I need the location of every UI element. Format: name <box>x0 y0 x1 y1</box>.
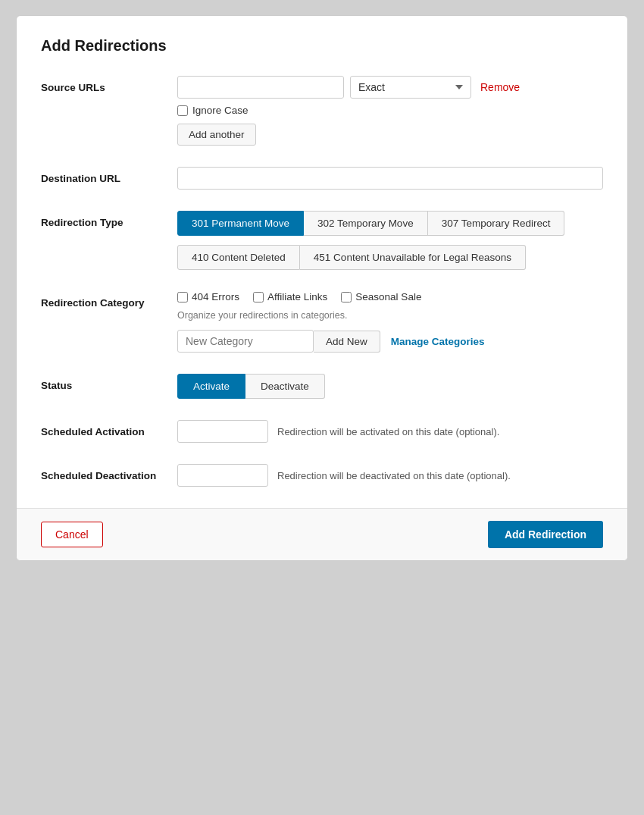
scheduled-activation-label: Scheduled Activation <box>41 420 177 437</box>
source-urls-content: Exact Regex Plain Remove Ignore Case Add… <box>177 76 603 146</box>
scheduled-deactivation-input[interactable] <box>177 464 268 487</box>
add-redirection-button[interactable]: Add Redirection <box>488 521 603 548</box>
new-category-input[interactable] <box>177 330 314 353</box>
scheduled-deactivation-row: Scheduled Deactivation Redirection will … <box>41 464 603 487</box>
checkbox-seasonal-input[interactable] <box>341 292 352 302</box>
scheduled-deactivation-label: Scheduled Deactivation <box>41 464 177 481</box>
checkbox-affiliate-label[interactable]: Affiliate Links <box>267 291 327 302</box>
redirection-type-label: Redirection Type <box>41 211 177 228</box>
manage-categories-link[interactable]: Manage Categories <box>391 336 485 347</box>
match-type-select[interactable]: Exact Regex Plain <box>350 76 471 99</box>
ignore-case-row: Ignore Case <box>177 105 603 116</box>
btn-301[interactable]: 301 Permanent Move <box>177 211 304 236</box>
card-title: Add Redirections <box>41 37 603 55</box>
btn-410[interactable]: 410 Content Deleted <box>177 245 300 270</box>
new-category-row: Add New Manage Categories <box>177 330 603 353</box>
cancel-button[interactable]: Cancel <box>41 522 103 547</box>
add-redirections-card: Add Redirections Source URLs Exact Regex… <box>16 15 628 561</box>
checkbox-404-label[interactable]: 404 Errors <box>192 291 239 302</box>
source-urls-label: Source URLs <box>41 76 177 93</box>
ignore-case-label[interactable]: Ignore Case <box>192 105 249 116</box>
redirection-type-content: 301 Permanent Move 302 Temporary Move 30… <box>177 211 603 270</box>
redirection-type-row: Redirection Type 301 Permanent Move 302 … <box>41 211 603 270</box>
redirection-category-label: Redirection Category <box>41 291 177 309</box>
deactivate-button[interactable]: Deactivate <box>245 374 325 399</box>
redirection-category-content: 404 Errors Affiliate Links Seasonal Sale… <box>177 291 603 353</box>
checkbox-seasonal-label[interactable]: Seasonal Sale <box>355 291 421 302</box>
source-url-input[interactable] <box>177 76 344 99</box>
status-row: Status Activate Deactivate <box>41 374 603 399</box>
maintenance-code-group: 410 Content Deleted 451 Content Unavaila… <box>177 245 603 270</box>
redirection-category-row: Redirection Category 404 Errors Affiliat… <box>41 291 603 353</box>
scheduled-activation-content: Redirection will be activated on this da… <box>177 420 603 443</box>
btn-302[interactable]: 302 Temporary Move <box>304 211 428 236</box>
checkbox-affiliate-input[interactable] <box>253 292 264 302</box>
source-url-input-row: Exact Regex Plain Remove <box>177 76 603 99</box>
add-another-button[interactable]: Add another <box>177 124 256 146</box>
scheduled-deactivation-content: Redirection will be deactivated on this … <box>177 464 603 487</box>
category-helper-text: Organize your redirections in categories… <box>177 310 603 321</box>
scheduled-activation-row: Scheduled Activation Redirection will be… <box>41 420 603 443</box>
source-urls-row: Source URLs Exact Regex Plain Remove Ign… <box>41 76 603 146</box>
add-new-category-button[interactable]: Add New <box>314 331 380 353</box>
category-checkboxes: 404 Errors Affiliate Links Seasonal Sale <box>177 291 603 302</box>
ignore-case-checkbox[interactable] <box>177 105 188 116</box>
redirection-type-group: 301 Permanent Move 302 Temporary Move 30… <box>177 211 603 236</box>
destination-url-content <box>177 167 603 190</box>
activate-button[interactable]: Activate <box>177 374 245 399</box>
card-footer: Cancel Add Redirection <box>17 508 627 560</box>
scheduled-activation-input[interactable] <box>177 420 268 443</box>
scheduled-activation-hint: Redirection will be activated on this da… <box>277 426 499 437</box>
destination-url-input[interactable] <box>177 167 603 190</box>
destination-url-row: Destination URL <box>41 167 603 190</box>
checkbox-seasonal-sale: Seasonal Sale <box>341 291 421 302</box>
checkbox-404-input[interactable] <box>177 292 188 302</box>
remove-button[interactable]: Remove <box>477 77 523 98</box>
checkbox-affiliate-links: Affiliate Links <box>253 291 327 302</box>
scheduled-activation-input-row: Redirection will be activated on this da… <box>177 420 603 443</box>
status-label: Status <box>41 374 177 391</box>
btn-451[interactable]: 451 Content Unavailable for Legal Reason… <box>300 245 526 270</box>
status-group: Activate Deactivate <box>177 374 603 399</box>
status-content: Activate Deactivate <box>177 374 603 399</box>
btn-307[interactable]: 307 Temporary Redirect <box>428 211 565 236</box>
scheduled-deactivation-hint: Redirection will be deactivated on this … <box>277 470 511 481</box>
checkbox-404-errors: 404 Errors <box>177 291 239 302</box>
destination-url-label: Destination URL <box>41 167 177 184</box>
scheduled-deactivation-input-row: Redirection will be deactivated on this … <box>177 464 603 487</box>
